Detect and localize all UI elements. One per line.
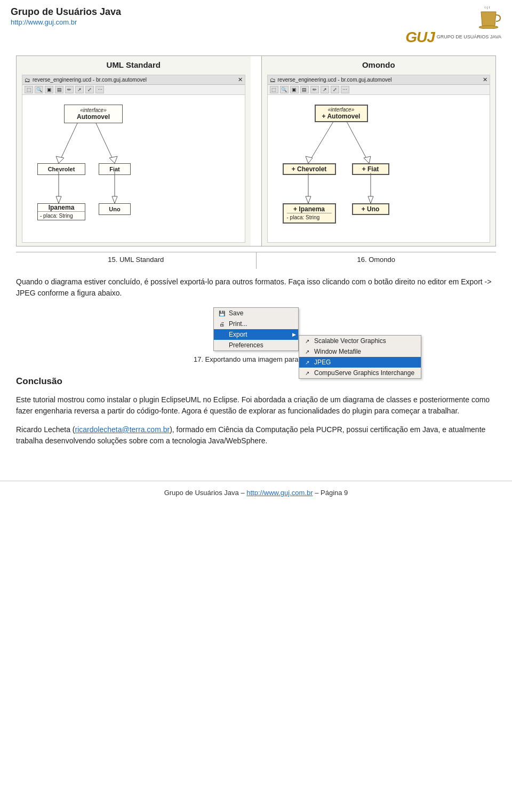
diagram-toolbar-right: ⬚ 🔍 ▣ ▤ ✏ ↗ ⤢ ⋯ [268,85,490,95]
header-left: Grupo de Usuários Java http://www.guj.co… [11,6,121,26]
toolbar-icon-8[interactable]: ⋯ [95,86,104,93]
uml-automovel-right: «interface» + Automovel [315,105,368,122]
toolbar-icon-2[interactable]: 🔍 [35,86,43,93]
guj-brand: GUJ GRUPO DE USUÁRIOS JAVA [405,29,501,46]
svg-marker-10 [306,156,313,163]
diagram-window-left: 🗂 reverse_engineering.ucd - br.com.guj.a… [22,75,245,243]
body-para1: Quando o diagrama estiver concluído, é p… [16,276,496,299]
svg-marker-16 [368,196,373,203]
menu-item-save[interactable]: 💾 Save [214,308,298,319]
svg-marker-12 [364,156,371,163]
toolbar-r-icon-2[interactable]: 🔍 [280,86,289,93]
org-url-link[interactable]: http://www.guj.com.br [11,18,77,26]
diagram-title-right: Omondo [262,56,496,71]
titlebar-close-left[interactable]: ✕ [238,76,243,83]
conclusao-para1: Este tutorial mostrou como instalar o pl… [16,394,496,417]
svg-marker-2 [56,156,64,163]
submenu-item-svg[interactable]: ↗ Scalable Vector Graphics [299,336,421,346]
diagrams-row: UML Standard 🗂 reverse_engineering.ucd -… [16,55,496,246]
diagram-titlebar-left: 🗂 reverse_engineering.ucd - br.com.guj.a… [22,75,245,85]
svg-line-11 [347,122,369,163]
menu-label-print: Print... [229,320,247,328]
save-menu-icon: 💾 [218,309,226,317]
submenu-item-wmf[interactable]: ↗ Window Metafile [299,346,421,357]
export-submenu: ↗ Scalable Vector Graphics ↗ Window Meta… [299,335,421,379]
export-menu-icon [218,331,226,338]
menu-item-export[interactable]: Export [214,329,298,340]
page-header: Grupo de Usuários Java http://www.guj.co… [0,0,512,50]
menu-item-print[interactable]: 🖨 Print... [214,319,298,329]
conclusao-email-link[interactable]: ricardolecheta@terra.com.br [75,425,170,434]
submenu-item-gif[interactable]: ↗ CompuServe Graphics Interchange [299,368,421,378]
gif-icon: ↗ [303,369,311,377]
uml-chevrolet-right: + Chevrolet [283,163,336,175]
toolbar-r-icon-1[interactable]: ⬚ [270,86,278,93]
titlebar-icon-left: 🗂 [25,77,30,83]
menu-item-preferences[interactable]: Preferences [214,340,298,351]
section-conclusao: Conclusão [16,376,496,387]
wmf-icon: ↗ [303,348,311,355]
toolbar-r-icon-5[interactable]: ✏ [310,86,319,93]
fig-caption: 17. Exportando uma imagem para JPEG [16,355,496,363]
guj-letters-text: GUJ [405,29,435,46]
toolbar-icon-1[interactable]: ⬚ [25,86,33,93]
titlebar-text-left: reverse_engineering.ucd - br.com.guj.aut… [33,77,147,83]
diagram-panel-right: Omondo 🗂 reverse_engineering.ucd - br.co… [261,56,496,246]
menu-label-preferences: Preferences [229,341,263,349]
diagram-canvas-right: «interface» + Automovel + Chevrolet + Fi… [268,95,490,242]
context-menu-main: 💾 Save 🖨 Print... Export Preferences [213,307,299,351]
caption-left: 15. UML Standard [16,252,256,269]
diagram-toolbar-left: ⬚ 🔍 ▣ ▤ ✏ ↗ ⤢ ⋯ [22,85,245,95]
conclusao-para2: Ricardo Lecheta (ricardolecheta@terra.co… [16,424,496,447]
toolbar-icon-7[interactable]: ⤢ [85,86,94,93]
page-footer: Grupo de Usuários Java – http://www.guj.… [0,481,512,502]
org-name: Grupo de Usuários Java [11,6,121,18]
toolbar-r-icon-7[interactable]: ⤢ [331,86,339,93]
menu-label-export: Export [229,331,247,338]
toolbar-icon-5[interactable]: ✏ [65,86,74,93]
footer-url[interactable]: http://www.guj.com.br [246,489,313,497]
toolbar-icon-4[interactable]: ▤ [55,86,63,93]
conclusao-para2-before: Ricardo Lecheta ( [16,425,75,434]
diagram-panel-left: UML Standard 🗂 reverse_engineering.ucd -… [17,56,251,246]
submenu-label-gif: CompuServe Graphics Interchange [314,369,414,377]
main-content: UML Standard 🗂 reverse_engineering.ucd -… [0,50,512,465]
uml-container-right: «interface» + Automovel + Chevrolet + Fi… [272,99,486,238]
guj-logo: GUJ GRUPO DE USUÁRIOS JAVA [405,6,501,46]
toolbar-r-icon-3[interactable]: ▣ [290,86,299,93]
guj-subtitle-text: GRUPO DE USUÁRIOS JAVA [437,34,501,41]
toolbar-r-icon-6[interactable]: ↗ [321,86,329,93]
caption-right: 16. Omondo [256,252,497,269]
toolbar-r-icon-8[interactable]: ⋯ [341,86,349,93]
logo-cup-icon [476,6,501,29]
toolbar-icon-3[interactable]: ▣ [45,86,53,93]
svg-marker-8 [112,196,117,203]
uml-fiat-right: + Fiat [352,163,389,175]
toolbar-icon-6[interactable]: ↗ [75,86,84,93]
submenu-label-wmf: Window Metafile [314,348,361,355]
menu-label-save: Save [229,309,243,317]
titlebar-close-right[interactable]: ✕ [483,76,487,83]
uml-container-left: «interface» Automovel Chevrolet Fiat [27,99,241,238]
svg-line-3 [96,123,115,163]
uml-ipanema-right: + Ipanema - placa: String [283,203,336,224]
titlebar-text-right: reverse_engineering.ucd - br.com.guj.aut… [278,77,392,83]
uml-uno-right: + Uno [352,203,389,215]
print-menu-icon: 🖨 [218,320,226,328]
uml-automovel-left: «interface» Automovel [64,105,123,123]
toolbar-r-icon-4[interactable]: ▤ [300,86,309,93]
diagram-canvas-left: «interface» Automovel Chevrolet Fiat [22,95,245,242]
stereotype-left: «interface» [69,107,118,113]
preferences-menu-icon [218,341,226,349]
submenu-label-svg: Scalable Vector Graphics [314,337,386,345]
submenu-item-jpeg[interactable]: ↗ JPEG [299,357,421,368]
uml-chevrolet-left: Chevrolet [37,163,85,175]
diagram-title-left: UML Standard [17,56,251,71]
svg-marker-14 [306,196,311,203]
uml-fiat-left: Fiat [99,163,131,175]
diagram-titlebar-right: 🗂 reverse_engineering.ucd - br.com.guj.a… [268,75,490,85]
context-menu-figure: 💾 Save 🖨 Print... Export Preferences [16,307,496,351]
svg-line-9 [308,122,333,163]
svg-marker-4 [109,156,117,163]
submenu-label-jpeg: JPEG [314,359,331,366]
